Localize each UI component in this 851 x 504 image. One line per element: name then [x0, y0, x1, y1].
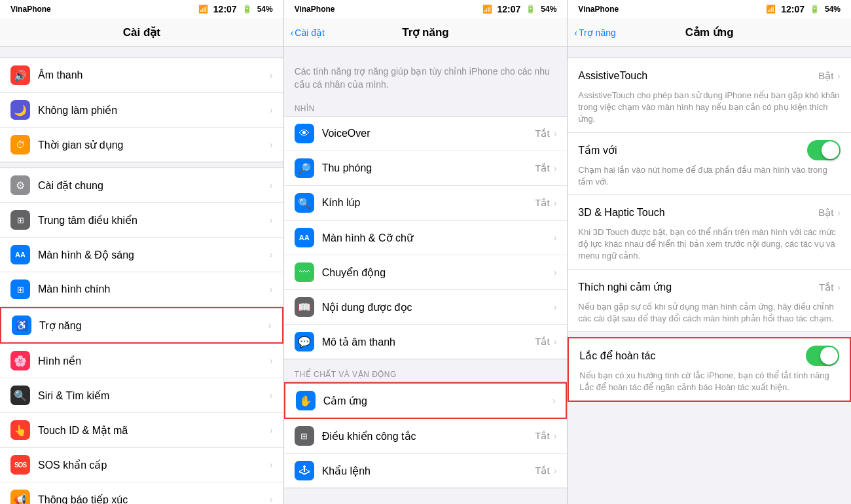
zoom-icon: 🔎 — [295, 158, 314, 178]
dnd-icon: 🌙 — [10, 100, 30, 120]
item-controlcenter[interactable]: ⊞ Trung tâm điều khiển › — [0, 203, 283, 238]
spoken-label: Nội dung được đọc — [322, 301, 554, 314]
accessibility-description: Các tính năng trợ năng giúp bạn tùy chỉn… — [284, 58, 568, 99]
item-3dtouch[interactable]: 3D & Haptic Touch Bật › Khi 3D Touch đượ… — [568, 195, 851, 270]
item-wallpaper[interactable]: 🌸 Hình nền › — [0, 344, 283, 378]
group-general: ⚙ Cài đặt chung › ⊞ Trung tâm điều khiển… — [0, 168, 283, 504]
item-sos[interactable]: SOS SOS khẩn cấp › — [0, 448, 283, 482]
accessibility-label: Trợ năng — [39, 319, 268, 332]
section-physical: THỂ CHẤT VÀ VẬN ĐỘNG — [284, 365, 568, 382]
chevron-voiceover: › — [554, 128, 557, 139]
back-btn-2[interactable]: ‹ Cài đặt — [291, 27, 325, 38]
magnifier-value: Tắt — [535, 197, 549, 209]
wallpaper-label: Hình nền — [38, 355, 270, 367]
switchctrl-label: Điều khiển công tắc — [322, 430, 535, 442]
back-label-3: Trợ năng — [579, 27, 616, 38]
item-dnd[interactable]: 🌙 Không làm phiền › — [0, 93, 283, 128]
item-shake: Lắc để hoàn tác Nếu bạn có xu hướng tình… — [569, 338, 850, 401]
item-assistivetouch[interactable]: AssistiveTouch Bật › AssistiveTouch cho … — [568, 58, 851, 133]
status-bar-1: VinaPhone 📶 12:07 🔋 54% — [0, 0, 283, 18]
item-display[interactable]: AA Màn hình & Độ sáng › — [0, 238, 283, 272]
chevron-spoken: › — [554, 302, 557, 312]
magnifier-label: Kính lúp — [322, 197, 535, 209]
item-sound[interactable]: 🔊 Âm thanh › — [0, 58, 283, 93]
panel-tronang: VinaPhone 📶 12:07 🔋 54% ‹ Cài đặt Trợ nă… — [284, 0, 568, 504]
item-accessibility[interactable]: ♿ Trợ năng › — [0, 307, 283, 344]
screentime-label: Thời gian sử dụng — [38, 139, 270, 151]
group-shake: Lắc để hoàn tác Nếu bạn có xu hướng tình… — [568, 337, 851, 402]
shake-toggle[interactable] — [806, 346, 839, 366]
battery-pct-2: 54% — [541, 5, 556, 14]
touch-label: Cảm ứng — [323, 395, 552, 407]
wifi-icon-3: 📶 — [766, 5, 776, 14]
home-label: Màn hình chính — [38, 283, 270, 295]
item-magnifier[interactable]: 🔍 Kính lúp Tắt › — [284, 186, 568, 221]
chevron-3dtouch: › — [837, 207, 841, 218]
chevron-motion: › — [554, 267, 557, 278]
carrier-2: VinaPhone — [295, 5, 335, 14]
shake-sub: Nếu bạn có xu hướng tình cờ lắc iPhone, … — [579, 367, 839, 393]
exposure-label: Thông báo tiếp xúc — [38, 494, 270, 505]
3dtouch-title: 3D & Haptic Touch — [578, 207, 664, 219]
accessibility-list: Các tính năng trợ năng giúp bạn tùy chỉn… — [284, 47, 568, 504]
nav-bar-3: ‹ Trợ năng Cảm ứng — [568, 18, 851, 47]
nav-bar-2: ‹ Cài đặt Trợ năng — [284, 18, 568, 47]
touchid-icon: 👆 — [10, 420, 30, 440]
tamvoi-toggle[interactable] — [807, 140, 841, 160]
back-label-2: Cài đặt — [295, 27, 325, 38]
battery-icon-1: 🔋 — [242, 5, 252, 14]
tamvoi-title: Tầm với — [578, 144, 617, 156]
chevron-sos: › — [270, 459, 273, 470]
chevron-zoom: › — [554, 163, 557, 173]
item-touch[interactable]: ✋ Cảm ứng › — [284, 382, 568, 419]
display-text-label: Màn hình & Cỡ chữ — [322, 232, 554, 244]
siri-icon: 🔍 — [10, 386, 30, 405]
group-tamvoi: Tầm với Chạm hai lần vào nút home để đưa… — [568, 133, 851, 195]
voiceover-icon: 👁 — [295, 124, 314, 143]
item-adaptive[interactable]: Thích nghi cảm ứng Tắt › Nếu bạn gặp sự … — [568, 270, 851, 332]
chevron-sound: › — [270, 70, 273, 81]
back-btn-3[interactable]: ‹ Trợ năng — [574, 27, 615, 38]
item-display-text[interactable]: AA Màn hình & Cỡ chữ › — [284, 221, 568, 255]
page-title-3: Cảm ứng — [685, 26, 734, 39]
motion-icon: 〰 — [295, 262, 314, 282]
chevron-display-text: › — [554, 232, 557, 243]
item-motion[interactable]: 〰 Chuyển động › — [284, 255, 568, 290]
item-switchctrl[interactable]: ⊞ Điều khiển công tắc Tắt › — [284, 419, 568, 454]
status-bar-3: VinaPhone 📶 12:07 🔋 54% — [568, 0, 851, 18]
item-exposure[interactable]: 📢 Thông báo tiếp xúc › — [0, 482, 283, 504]
item-voicectl[interactable]: 🕹 Khẩu lệnh Tắt › — [284, 454, 568, 488]
chevron-dnd: › — [270, 105, 273, 115]
sound-label: Âm thanh — [38, 69, 270, 81]
item-siri[interactable]: 🔍 Siri & Tìm kiếm › — [0, 378, 283, 413]
chevron-cc: › — [270, 215, 273, 225]
item-general[interactable]: ⚙ Cài đặt chung › — [0, 168, 283, 203]
item-voiceover[interactable]: 👁 VoiceOver Tắt › — [284, 117, 568, 151]
group-sound: 🔊 Âm thanh › 🌙 Không làm phiền › ⏱ Thời … — [0, 58, 283, 162]
shake-thumb — [820, 347, 838, 365]
display-text-icon: AA — [295, 228, 314, 247]
group-adaptive: Thích nghi cảm ứng Tắt › Nếu bạn gặp sự … — [568, 270, 851, 332]
siri-label: Siri & Tìm kiếm — [38, 389, 270, 402]
general-icon: ⚙ — [10, 175, 30, 195]
assistive-sub: AssistiveTouch cho phép bạn sử dụng iPho… — [578, 87, 841, 126]
audiodesc-label: Mô tả âm thanh — [322, 336, 535, 348]
item-spoken[interactable]: 📖 Nội dung được đọc › — [284, 290, 568, 325]
status-bar-2: VinaPhone 📶 12:07 🔋 54% — [284, 0, 568, 18]
audiodesc-icon: 💬 — [295, 332, 314, 351]
voicectl-value: Tắt — [535, 465, 549, 477]
item-audiodesc[interactable]: 💬 Mô tả âm thanh Tắt › — [284, 325, 568, 359]
item-touchid[interactable]: 👆 Touch ID & Mật mã › — [0, 413, 283, 448]
panel-camung: VinaPhone 📶 12:07 🔋 54% ‹ Trợ năng Cảm ứ… — [568, 0, 851, 504]
zoom-label: Thu phóng — [322, 162, 535, 174]
tamvoi-sub: Chạm hai lần vào nút home để đưa phần đầ… — [578, 162, 841, 188]
item-zoom[interactable]: 🔎 Thu phóng Tắt › — [284, 151, 568, 186]
sound-icon: 🔊 — [10, 65, 30, 85]
shake-title: Lắc để hoàn tác — [579, 350, 655, 362]
item-screentime[interactable]: ⏱ Thời gian sử dụng › — [0, 128, 283, 162]
sos-icon: SOS — [10, 455, 30, 475]
display-label: Màn hình & Độ sáng — [38, 249, 270, 261]
time-3: 12:07 — [781, 4, 805, 14]
back-chevron-3: ‹ — [574, 27, 577, 38]
item-homescreen[interactable]: ⊞ Màn hình chính › — [0, 272, 283, 307]
